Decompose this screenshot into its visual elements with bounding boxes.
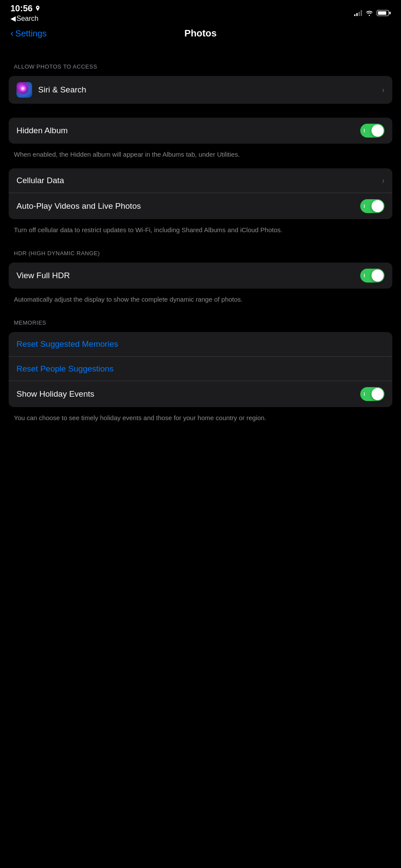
hidden-album-toggle[interactable]: I xyxy=(360,124,385,138)
show-holiday-events-label: Show Holiday Events xyxy=(16,389,360,399)
hdr-description: Automatically adjust the display to show… xyxy=(0,291,401,311)
show-holiday-toggle[interactable]: I xyxy=(360,387,385,401)
nav-header: ‹ Settings Photos xyxy=(0,23,401,46)
status-left: 10:56 ◀ Search xyxy=(10,3,40,23)
status-time: 10:56 xyxy=(10,3,40,13)
status-bar: 10:56 ◀ Search xyxy=(0,0,401,23)
hidden-album-row[interactable]: Hidden Album I xyxy=(9,118,392,144)
back-label: Settings xyxy=(15,29,46,39)
back-chevron-icon: ‹ xyxy=(10,29,13,38)
siri-search-row[interactable]: Siri & Search › xyxy=(9,76,392,104)
chevron-icon: › xyxy=(382,85,385,95)
reset-suggested-memories-label: Reset Suggested Memories xyxy=(16,339,385,349)
memories-section-label: MEMORIES xyxy=(0,316,401,329)
status-right xyxy=(354,10,391,16)
show-holiday-events-row[interactable]: Show Holiday Events I xyxy=(9,381,392,407)
cellular-chevron-icon: › xyxy=(382,176,385,185)
autoplay-label: Auto-Play Videos and Live Photos xyxy=(16,201,360,212)
siri-search-label: Siri & Search xyxy=(38,85,378,95)
cellular-data-group: Cellular Data › Auto-Play Videos and Liv… xyxy=(9,168,392,219)
location-icon xyxy=(35,6,40,12)
autoplay-row[interactable]: Auto-Play Videos and Live Photos I xyxy=(9,193,392,219)
allow-access-section-label: ALLOW PHOTOS TO ACCESS xyxy=(0,60,401,73)
siri-icon xyxy=(16,82,32,98)
hdr-toggle[interactable]: I xyxy=(360,269,385,283)
hidden-album-label: Hidden Album xyxy=(16,126,360,135)
memories-group: Reset Suggested Memories Reset People Su… xyxy=(9,332,392,407)
view-full-hdr-row[interactable]: View Full HDR I xyxy=(9,263,392,289)
page-title: Photos xyxy=(184,28,217,39)
wifi-icon xyxy=(365,10,373,16)
reset-suggested-memories-row[interactable]: Reset Suggested Memories xyxy=(9,332,392,356)
reset-people-suggestions-row[interactable]: Reset People Suggestions xyxy=(9,356,392,381)
signal-bars-icon xyxy=(354,10,362,16)
hdr-group: View Full HDR I xyxy=(9,263,392,289)
reset-people-suggestions-label: Reset People Suggestions xyxy=(16,364,385,374)
battery-icon xyxy=(377,10,391,16)
hidden-album-group: Hidden Album I xyxy=(9,118,392,144)
cellular-data-description: Turn off cellular data to restrict updat… xyxy=(0,222,401,241)
view-full-hdr-label: View Full HDR xyxy=(16,271,360,280)
hidden-album-description: When enabled, the Hidden album will appe… xyxy=(0,146,401,166)
status-back-label: ◀ Search xyxy=(10,14,40,23)
siri-search-group: Siri & Search › xyxy=(9,76,392,104)
cellular-data-row[interactable]: Cellular Data › xyxy=(9,168,392,193)
back-button[interactable]: ‹ Settings xyxy=(10,29,47,39)
cellular-data-label: Cellular Data xyxy=(16,176,378,185)
autoplay-toggle[interactable]: I xyxy=(360,199,385,213)
memories-description: You can choose to see timely holiday eve… xyxy=(0,410,401,429)
hdr-section-label: HDR (HIGH DYNAMIC RANGE) xyxy=(0,247,401,260)
